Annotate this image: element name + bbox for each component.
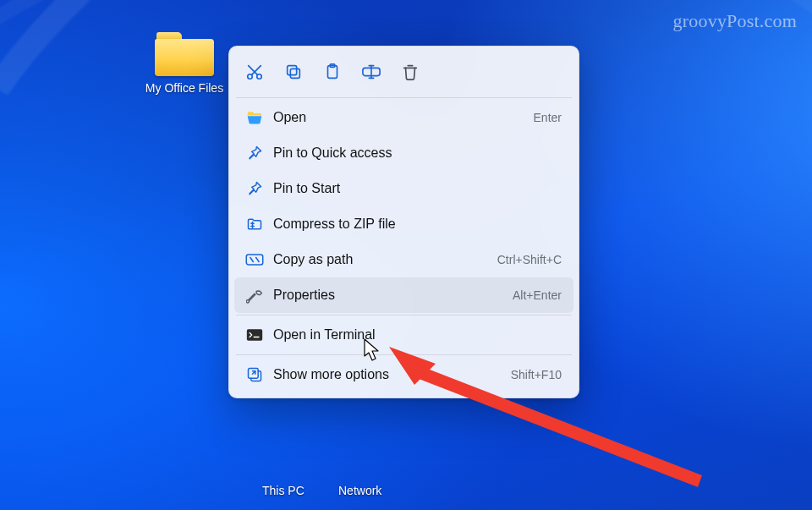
menu-label: Properties [273,288,513,303]
menu-item-compress-zip[interactable]: Compress to ZIP file [234,206,573,242]
paste-icon[interactable] [315,55,349,89]
menu-label: Pin to Quick access [273,145,562,161]
menu-shortcut: Ctrl+Shift+C [497,253,562,266]
folder-icon [155,32,214,76]
menu-shortcut: Shift+F10 [511,368,562,381]
watermark-text: groovyPost.com [673,10,797,32]
terminal-icon [243,328,266,342]
menu-label: Compress to ZIP file [273,217,562,232]
rename-icon[interactable] [354,55,388,89]
pin-icon [243,180,266,197]
menu-label: Pin to Start [273,181,562,196]
menu-label: Copy as path [273,252,497,267]
folder-open-icon [243,109,266,126]
menu-item-pin-quick-access[interactable]: Pin to Quick access [234,135,573,171]
menu-item-show-more-options[interactable]: Show more options Shift+F10 [234,357,573,392]
desktop-label-this-pc[interactable]: This PC [262,484,304,497]
desktop-label-network[interactable]: Network [338,484,381,497]
delete-icon[interactable] [393,55,427,89]
menu-label: Open [273,110,534,125]
zip-icon [243,216,266,233]
menu-label: Show more options [273,367,511,382]
menu-item-pin-start[interactable]: Pin to Start [234,171,573,206]
menu-shortcut: Alt+Enter [513,288,562,302]
menu-item-properties[interactable]: Properties Alt+Enter [234,277,573,313]
desktop-folder-label: My Office Files [142,81,227,96]
wrench-icon [243,287,266,304]
menu-item-copy-as-path[interactable]: Copy as path Ctrl+Shift+C [234,242,573,277]
menu-item-open-terminal[interactable]: Open in Terminal [234,317,573,353]
context-menu-icon-row [234,52,573,96]
menu-divider [236,354,572,355]
svg-rect-3 [288,66,297,75]
svg-rect-7 [246,255,262,265]
copy-icon[interactable] [277,55,310,89]
menu-shortcut: Enter [534,111,562,124]
desktop-folder[interactable]: My Office Files [142,32,227,96]
menu-item-open[interactable]: Open Enter [234,100,573,135]
context-menu: Open Enter Pin to Quick access Pin to St… [228,46,579,398]
menu-label: Open in Terminal [273,327,562,343]
copy-path-icon [243,252,266,267]
svg-rect-8 [247,329,262,340]
pin-icon [243,145,266,162]
menu-divider [236,315,572,315]
cut-icon[interactable] [238,55,272,89]
more-options-icon [243,366,266,383]
svg-rect-2 [290,69,299,78]
menu-divider [236,97,572,98]
